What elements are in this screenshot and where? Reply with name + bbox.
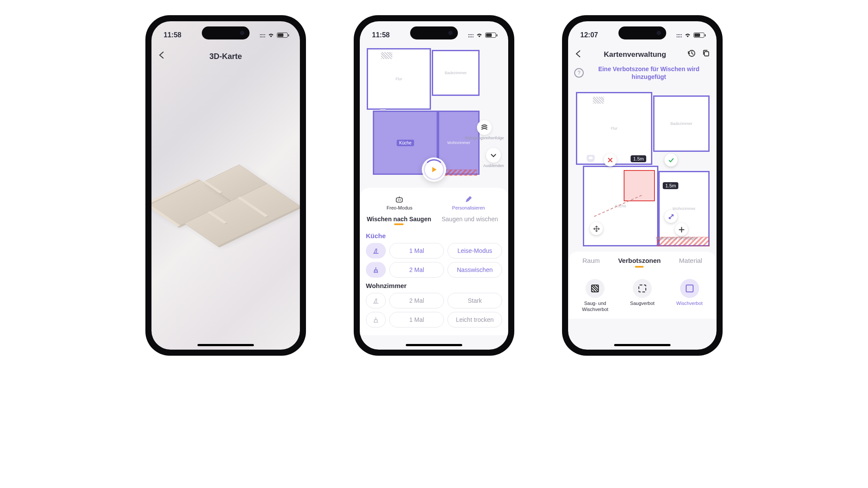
room-bad[interactable]: Badezimmer bbox=[653, 95, 710, 152]
cleaning-order-button[interactable] bbox=[477, 120, 492, 135]
phone-3d-map: 11:58 :::: 3D-Karte bbox=[145, 15, 306, 356]
mop-icon[interactable] bbox=[366, 312, 386, 328]
wohn-vacuum-row: 2 Mal Stark bbox=[366, 293, 502, 308]
isometric-floorplan[interactable] bbox=[151, 157, 300, 249]
zone-type-vac[interactable]: Saugverbot bbox=[621, 279, 664, 313]
wohn-vac-power[interactable]: Stark bbox=[447, 293, 502, 308]
tab-label: Personalisieren bbox=[452, 205, 485, 210]
play-button[interactable] bbox=[422, 157, 446, 182]
phone-cleaning-settings: 11:58 :::: Flur Badezimmer Küche bbox=[354, 15, 514, 356]
page-header: Kartenverwaltung bbox=[568, 46, 717, 63]
copy-button[interactable] bbox=[702, 49, 710, 60]
history-button[interactable] bbox=[687, 49, 696, 60]
battery-icon bbox=[277, 33, 288, 38]
vacuum-icon[interactable] bbox=[366, 243, 386, 259]
home-indicator[interactable] bbox=[406, 344, 462, 346]
cellular-icon: :::: bbox=[468, 32, 473, 39]
device-notch bbox=[410, 26, 458, 39]
kueche-mop-row: 2 Mal Nasswischen bbox=[366, 262, 502, 278]
header-actions bbox=[687, 49, 710, 60]
wifi-icon bbox=[476, 32, 483, 39]
mop-icon[interactable] bbox=[366, 262, 386, 278]
tab-freo-mode[interactable]: Freo-Modus bbox=[371, 196, 429, 210]
kueche-vac-power[interactable]: Leise-Modus bbox=[447, 243, 502, 259]
room-flur[interactable]: Flur bbox=[576, 92, 652, 165]
subheading-row: ? Eine Verbotszone für Wischen wird hinz… bbox=[568, 63, 717, 84]
order-control: Reinigungsreihenfolge bbox=[465, 120, 504, 142]
screen-map-mgmt: 12:07 :::: Kartenverwaltung bbox=[568, 21, 717, 350]
tab-vac-and-mop[interactable]: Saugen und wischen bbox=[441, 216, 498, 223]
add-zone-hint: Verbotszone hinzufügen bbox=[656, 236, 698, 240]
cellular-icon: :::: bbox=[260, 32, 265, 39]
room-label: Flur bbox=[395, 77, 402, 81]
page-title: 3D-Karte bbox=[209, 52, 242, 61]
room-label-selected: Küche bbox=[397, 140, 414, 146]
nogo-both-icon bbox=[585, 279, 605, 298]
back-button[interactable] bbox=[158, 51, 166, 62]
room-flur[interactable]: Flur bbox=[367, 48, 431, 110]
phone-map-management: 12:07 :::: Kartenverwaltung bbox=[562, 15, 723, 356]
room-label: Badezimmer bbox=[445, 71, 467, 75]
editor-tabs: Raum Verbotszonen Material bbox=[568, 252, 717, 267]
nogo-mop-icon bbox=[680, 279, 699, 298]
measurement-width: 1.5m bbox=[631, 155, 646, 162]
svg-rect-4 bbox=[704, 52, 709, 56]
clean-type-tabs: Wischen nach Saugen Saugen und wischen bbox=[360, 212, 508, 225]
status-time: 12:07 bbox=[580, 31, 598, 39]
battery-icon bbox=[485, 33, 496, 38]
hide-control: Ausblenden bbox=[483, 148, 504, 170]
room-label: Wohnzimmer bbox=[673, 206, 696, 211]
tab-label: Freo-Modus bbox=[387, 205, 412, 210]
room-heading-kueche: Küche bbox=[366, 232, 502, 239]
status-time: 11:58 bbox=[164, 31, 181, 39]
carpet-icon bbox=[381, 52, 392, 59]
tab-material[interactable]: Material bbox=[679, 257, 702, 264]
cleaning-order-label: Reinigungsreihenfolge bbox=[465, 136, 504, 140]
tab-mop-after-vac[interactable]: Wischen nach Saugen bbox=[367, 216, 431, 223]
subheading-text: Eine Verbotszone für Wischen wird hinzug… bbox=[587, 65, 710, 81]
kueche-mop-times[interactable]: 2 Mal bbox=[389, 262, 444, 278]
back-button[interactable] bbox=[574, 49, 583, 60]
page-header: 3D-Karte bbox=[151, 46, 300, 67]
room-bad[interactable]: Badezimmer bbox=[432, 50, 480, 96]
screen-3d-map: 11:58 :::: 3D-Karte bbox=[151, 21, 300, 350]
wohn-mop-times[interactable]: 1 Mal bbox=[389, 312, 444, 328]
home-indicator[interactable] bbox=[614, 344, 671, 346]
carpet-icon bbox=[593, 97, 604, 104]
dock-icon bbox=[587, 155, 595, 162]
status-time: 11:58 bbox=[372, 31, 390, 39]
svg-point-2 bbox=[400, 200, 401, 200]
vacuum-icon[interactable] bbox=[366, 293, 386, 308]
screen-cleaning: 11:58 :::: Flur Badezimmer Küche bbox=[360, 21, 508, 350]
hide-label: Ausblenden bbox=[483, 164, 504, 168]
room-heading-wohn: Wohnzimmer bbox=[366, 282, 502, 289]
help-button[interactable]: ? bbox=[574, 68, 584, 78]
battery-icon bbox=[694, 33, 704, 38]
play-icon bbox=[431, 166, 437, 173]
room-settings-list: Küche 1 Mal Leise-Modus 2 Mal Nasswische… bbox=[360, 225, 508, 335]
zone-type-mop[interactable]: Wischverbot bbox=[668, 279, 711, 313]
status-icons: :::: bbox=[260, 32, 288, 39]
wifi-icon bbox=[684, 32, 691, 39]
kueche-mop-power[interactable]: Nasswischen bbox=[447, 262, 502, 278]
confirm-zone-button[interactable] bbox=[664, 154, 677, 167]
page-title: Kartenverwaltung bbox=[604, 50, 666, 59]
svg-rect-0 bbox=[396, 198, 402, 202]
mode-tabs: Freo-Modus Personalisieren bbox=[360, 188, 508, 212]
tab-raum[interactable]: Raum bbox=[582, 257, 600, 264]
tab-personalize[interactable]: Personalisieren bbox=[440, 196, 498, 210]
zone-type-both[interactable]: Saug- und Wischverbot bbox=[574, 279, 616, 313]
status-icons: :::: bbox=[468, 32, 496, 39]
kueche-vac-times[interactable]: 1 Mal bbox=[389, 243, 444, 259]
robot-icon bbox=[395, 196, 404, 203]
device-notch bbox=[202, 26, 250, 39]
wohn-vac-times[interactable]: 2 Mal bbox=[389, 293, 444, 308]
wohn-mop-power[interactable]: Leicht trocken bbox=[447, 312, 502, 328]
kueche-vacuum-row: 1 Mal Leise-Modus bbox=[366, 243, 502, 259]
home-indicator[interactable] bbox=[197, 344, 254, 346]
pencil-icon bbox=[464, 196, 472, 203]
hide-button[interactable] bbox=[486, 148, 501, 163]
floorplan-editor[interactable]: Flur Badezimmer Küche Wohnzimmer bbox=[568, 84, 717, 258]
tab-verbotszonen[interactable]: Verbotszonen bbox=[618, 257, 661, 264]
wohn-mop-row: 1 Mal Leicht trocken bbox=[366, 312, 502, 328]
